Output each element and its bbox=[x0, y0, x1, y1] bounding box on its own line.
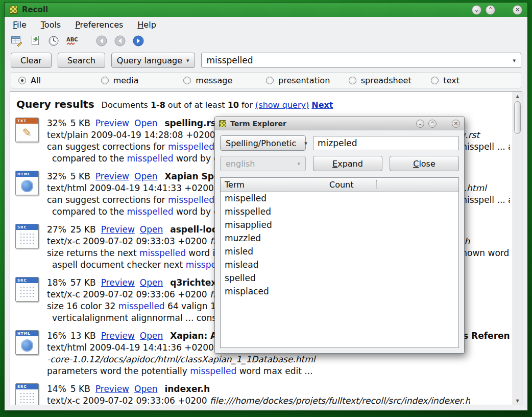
titlebar[interactable]: Recoll ⌄ ⌃ ✕ bbox=[5, 3, 527, 17]
filter-media[interactable]: media bbox=[101, 76, 184, 85]
preview-link[interactable]: Preview bbox=[101, 277, 135, 288]
close-button[interactable]: Close bbox=[390, 156, 459, 171]
shade-window-icon[interactable]: ⌄ bbox=[416, 120, 424, 128]
search-button[interactable]: Search bbox=[58, 53, 105, 68]
close-window-icon[interactable]: ✕ bbox=[513, 5, 522, 15]
chevron-down-icon: ▾ bbox=[304, 141, 307, 146]
preview-link[interactable]: Preview bbox=[95, 171, 129, 181]
preview-link[interactable]: Preview bbox=[101, 224, 135, 235]
filter-spreadsheet[interactable]: spreadsheet bbox=[349, 76, 431, 85]
term-explorer-titlebar[interactable]: Term Explorer ⌄ ⌃ ✕ bbox=[215, 117, 464, 130]
query-language-select[interactable]: Query language ▾ bbox=[111, 53, 195, 68]
expand-button[interactable]: Expand bbox=[313, 156, 382, 171]
clear-button[interactable]: Clear bbox=[11, 53, 52, 68]
filter-presentation[interactable]: presentation bbox=[266, 76, 349, 85]
menu-tools[interactable]: Tools bbox=[41, 20, 61, 30]
nav-next-page-button[interactable] bbox=[131, 34, 146, 48]
preview-link[interactable]: Preview bbox=[101, 331, 135, 341]
term-row[interactable]: misplaced bbox=[221, 285, 458, 298]
search-bar: Clear Search Query language ▾ misspelled… bbox=[5, 50, 527, 71]
text-segment: text/x-c 2009-07-02 09:33:06 +0200 bbox=[47, 289, 210, 299]
file-icon-label: HTML bbox=[16, 331, 38, 336]
query-input[interactable]: misspelled ▾ bbox=[201, 53, 521, 68]
open-link[interactable]: Open bbox=[134, 171, 157, 181]
html-file-icon: HTML bbox=[15, 330, 39, 355]
open-link[interactable]: Open bbox=[134, 118, 157, 128]
term-row[interactable]: mislead bbox=[221, 258, 458, 271]
term-explorer-dialog: Term Explorer ⌄ ⌃ ✕ Spelling/Phonetic ▾ … bbox=[214, 117, 465, 354]
term-row[interactable]: misapplied bbox=[221, 218, 458, 231]
filter-text[interactable]: text bbox=[431, 76, 514, 85]
term-row[interactable]: misled bbox=[221, 245, 458, 258]
radio-icon[interactable] bbox=[349, 77, 356, 84]
radio-icon[interactable] bbox=[183, 77, 191, 84]
filter-all[interactable]: All bbox=[18, 76, 101, 85]
text-segment: word max edit ... bbox=[236, 366, 312, 376]
nav-first-page-button[interactable] bbox=[94, 34, 109, 48]
radio-icon[interactable] bbox=[18, 77, 26, 84]
text-segment: for bbox=[239, 100, 255, 110]
unshade-window-icon[interactable]: ⌃ bbox=[428, 120, 437, 128]
term-explorer-body: Spelling/Phonetic ▾ mizpeled english ▾ E… bbox=[215, 130, 464, 353]
open-link[interactable]: Open bbox=[140, 331, 163, 341]
txt-glyph-icon bbox=[16, 124, 38, 142]
src-glyph-icon bbox=[18, 231, 36, 246]
scrollbar-thumb[interactable] bbox=[514, 101, 521, 134]
preview-link[interactable]: Preview bbox=[95, 118, 129, 128]
term-row[interactable]: spelled bbox=[221, 271, 458, 285]
term-input[interactable]: mizpeled bbox=[313, 136, 459, 150]
filter-label: text bbox=[443, 76, 460, 85]
recoll-app-icon bbox=[10, 6, 18, 14]
text-segment: size 16 color 32 bbox=[47, 301, 118, 311]
spellcheck-icon: ABC bbox=[66, 35, 78, 47]
result-line: parameters word the potentially misspell… bbox=[47, 365, 510, 377]
link[interactable]: Next bbox=[311, 100, 333, 110]
filter-label: presentation bbox=[278, 76, 330, 85]
query-language-value: Query language bbox=[117, 56, 182, 65]
radio-icon[interactable] bbox=[266, 77, 274, 84]
term-row[interactable]: muzzled bbox=[221, 231, 458, 245]
menu-help[interactable]: Help bbox=[137, 20, 156, 30]
update-index-button[interactable] bbox=[28, 34, 42, 48]
open-link[interactable]: Open bbox=[140, 224, 163, 235]
close-window-icon[interactable]: ✕ bbox=[452, 120, 460, 128]
open-link[interactable]: Open bbox=[134, 384, 157, 394]
file-size: 57 KB bbox=[70, 277, 96, 288]
document-history-button[interactable] bbox=[46, 34, 61, 48]
chevron-down-icon: ▾ bbox=[513, 58, 516, 63]
text-segment: 1-8 bbox=[151, 100, 165, 110]
unshade-window-icon[interactable]: ⌃ bbox=[486, 5, 495, 15]
link[interactable]: (show query) bbox=[255, 100, 309, 110]
shade-window-icon[interactable]: ⌄ bbox=[472, 5, 481, 15]
filter-label: media bbox=[113, 76, 139, 85]
column-header-count[interactable]: Count bbox=[325, 180, 354, 190]
text-segment: misspelled bbox=[168, 142, 214, 152]
term-explorer-button[interactable]: ABC bbox=[65, 34, 79, 48]
menu-file[interactable]: File bbox=[13, 20, 27, 30]
term-row[interactable]: misspelled bbox=[221, 205, 458, 218]
term-row[interactable]: mispelled bbox=[221, 192, 458, 205]
arrow-right-icon bbox=[132, 35, 144, 47]
expansion-mode-select[interactable]: Spelling/Phonetic ▾ bbox=[220, 135, 306, 151]
advanced-search-button[interactable] bbox=[10, 34, 24, 48]
radio-icon[interactable] bbox=[431, 77, 439, 84]
text-segment: misspelled bbox=[127, 153, 174, 164]
radio-icon[interactable] bbox=[101, 77, 109, 84]
relevance-percent: 27% bbox=[47, 224, 66, 235]
text-segment: out of at least bbox=[165, 100, 228, 110]
preview-link[interactable]: Preview bbox=[95, 384, 129, 394]
language-select: english ▾ bbox=[220, 156, 306, 171]
text-segment: misspelled bbox=[127, 206, 174, 217]
result-title: indexer.h bbox=[164, 384, 210, 394]
open-link[interactable]: Open bbox=[140, 277, 163, 288]
column-header-term[interactable]: Term bbox=[221, 180, 325, 190]
scroll-up-icon[interactable]: ▲ bbox=[513, 92, 522, 100]
results-scrollbar[interactable]: ▲ ▼ bbox=[513, 92, 522, 405]
filter-label: spreadsheet bbox=[361, 76, 412, 85]
scroll-down-icon[interactable]: ▼ bbox=[513, 397, 522, 405]
menu-preferences[interactable]: Preferences bbox=[75, 20, 123, 30]
nav-previous-page-button[interactable] bbox=[113, 34, 127, 48]
filter-message[interactable]: message bbox=[183, 76, 266, 85]
term-table-header[interactable]: Term Count bbox=[221, 178, 458, 192]
src-glyph-icon bbox=[18, 285, 36, 299]
